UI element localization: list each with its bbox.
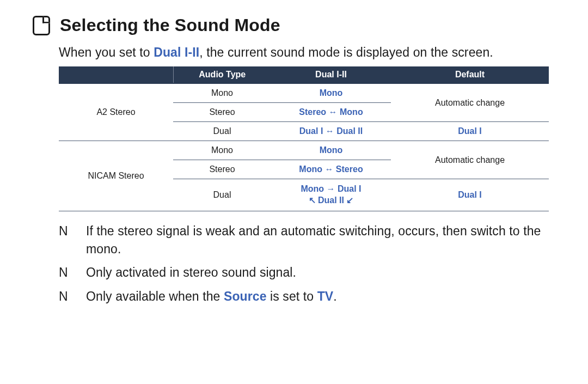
note-text: TV: [317, 289, 334, 303]
intro-paragraph: When you set to Dual I-II, the current s…: [59, 44, 555, 61]
audio-type-cell: Dual: [173, 122, 271, 141]
sound-mode-table: Audio Type Dual I-II Default A2 StereoMo…: [59, 66, 549, 211]
intro-accent: Dual I-II: [154, 45, 199, 59]
dual-cell-line: Mono → Dual I: [274, 184, 388, 195]
th-default: Default: [391, 66, 549, 83]
default-cell-text: Dual I: [458, 190, 482, 199]
dual-cell-text: Mono: [320, 145, 343, 155]
note-text: .: [333, 289, 337, 303]
note-bullet: N: [59, 288, 68, 306]
note-text: Only activated in stereo sound signal.: [86, 265, 296, 279]
intro-pre: When you set to: [59, 45, 154, 59]
audio-type-cell: Stereo: [173, 103, 271, 122]
audio-type-cell: Mono: [173, 83, 271, 103]
intro-post: , the current sound mode is displayed on…: [199, 45, 493, 59]
note-text: Source: [224, 289, 267, 303]
dual-cell: Mono → Dual I↖ Dual II ↙: [271, 179, 391, 211]
document-page: Selecting the Sound Mode When you set to…: [0, 0, 588, 306]
table-header-row: Audio Type Dual I-II Default: [59, 66, 549, 83]
category-cell: A2 Stereo: [59, 83, 173, 141]
default-cell: Dual I: [391, 179, 549, 211]
th-dual: Dual I-II: [271, 66, 391, 83]
note-bullet: N: [59, 222, 68, 240]
dual-cell: Mono ↔ Stereo: [271, 160, 391, 179]
table-row: A2 StereoMonoMonoAutomatic change: [59, 83, 549, 103]
dual-cell-text: Stereo ↔ Mono: [299, 107, 363, 117]
notes-list: NIf the stereo signal is weak and an aut…: [59, 222, 555, 306]
audio-type-cell: Stereo: [173, 160, 271, 179]
note-item: NOnly available when the Source is set t…: [59, 288, 555, 306]
category-cell: NICAM Stereo: [59, 141, 173, 211]
dual-cell: Stereo ↔ Mono: [271, 103, 391, 122]
th-audio-type: Audio Type: [173, 66, 271, 83]
audio-type-cell: Dual: [173, 179, 271, 211]
page-icon: [33, 16, 50, 35]
dual-cell: Mono: [271, 83, 391, 103]
dual-cell-text: Mono ↔ Stereo: [299, 164, 363, 174]
note-text: If the stereo signal is weak and an auto…: [86, 224, 541, 256]
note-item: NIf the stereo signal is weak and an aut…: [59, 222, 555, 259]
note-item: NOnly activated in stereo sound signal.: [59, 264, 555, 282]
dual-cell: Dual I ↔ Dual II: [271, 122, 391, 141]
note-text: is set to: [267, 289, 317, 303]
default-cell-text: Dual I: [458, 126, 482, 136]
default-cell: Dual I: [391, 122, 549, 141]
table-row: NICAM StereoMonoMonoAutomatic change: [59, 141, 549, 160]
dual-cell-text: Mono: [320, 88, 343, 97]
table-body: A2 StereoMonoMonoAutomatic changeStereoS…: [59, 83, 549, 211]
note-text: Only available when the: [86, 289, 224, 303]
audio-type-cell: Mono: [173, 141, 271, 160]
dual-cell-line: ↖ Dual II ↙: [274, 195, 388, 206]
default-cell: Automatic change: [391, 83, 549, 122]
dual-cell-text: Dual I ↔ Dual II: [299, 126, 363, 136]
th-category: [59, 66, 173, 83]
default-cell: Automatic change: [391, 141, 549, 179]
note-bullet: N: [59, 264, 68, 282]
page-title: Selecting the Sound Mode: [60, 15, 280, 35]
title-row: Selecting the Sound Mode: [33, 15, 555, 35]
dual-cell: Mono: [271, 141, 391, 160]
